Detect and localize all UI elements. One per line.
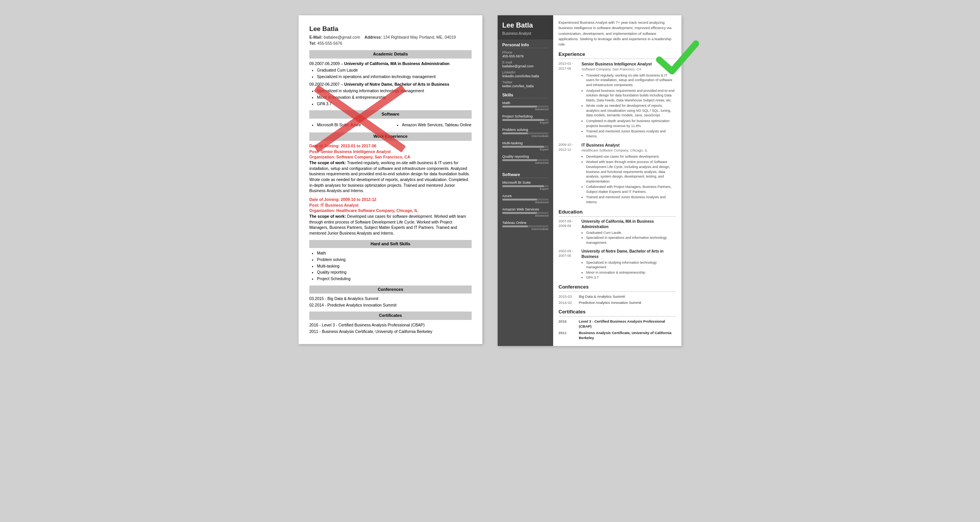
left-skill-3: Quality reporting [317, 269, 472, 275]
resume-right: Lee Batla Business Analyst Personal Info… [498, 15, 681, 346]
software-name-2: Amazon Web Services [502, 207, 549, 211]
left-work-header: Work Experience [309, 132, 472, 140]
left-work-2-dates: Date of Joining: 2009-10 to 2012-12 [309, 197, 472, 202]
left-software-col1: Microsoft BI Suite, Azure [309, 121, 387, 129]
software-level-2: Advanced [502, 214, 549, 217]
software-level-0: Expert [502, 187, 549, 191]
skill-item-1: Project Scheduling Expert [502, 114, 549, 124]
left-tel: 455-555-5676 [317, 41, 342, 46]
personal-info-header: Personal Info [502, 42, 549, 48]
left-skill-0: Math [317, 250, 472, 256]
right-exp-dates-0: 2013-01 - 2017-06 [559, 61, 580, 71]
skill-name-1: Project Scheduling [502, 114, 549, 118]
right-main: Experienced Business Analyst with 7+ yea… [553, 15, 681, 346]
left-conf-0: 03.2015 - Big Data & Analytics Summit [309, 296, 472, 302]
right-exp-company-0: Software Company, San Francisco, CA [581, 67, 676, 72]
left-skill-1: Problem solving [317, 257, 472, 263]
left-cert-1: 2011 - Business Analysis Certificate, Un… [309, 329, 472, 334]
left-software-1: Microsoft BI Suite, Azure [317, 122, 387, 128]
right-cert-year-0: 2016 [559, 319, 576, 329]
left-edu-2: 09.2002-06.2007 – University of Notre Da… [309, 82, 472, 107]
left-software-col2: Amazon Web Services, Tableau Online [394, 121, 472, 129]
right-conf-date-1: 2014-02 [559, 300, 576, 305]
left-cert-0: 2016 - Level 3 - Certified Business Anal… [309, 322, 472, 328]
left-academic-header: Academic Details [309, 50, 472, 58]
right-exp-entry-1: 2009-10 - 2012-12 IT Business Analyst He… [559, 142, 676, 205]
right-edu-entry-0: 2007-09 - 2009-06 University of Californ… [559, 219, 676, 246]
right-exp-bullet-0-0: Traveled regularly, working on-site with… [586, 73, 676, 88]
skills-section: Skills Math Advanced Project Scheduling [498, 90, 553, 169]
left-address: 134 Rightward Way Portland, ME, 04019 [383, 35, 456, 39]
right-exp-title-1: IT Business Analyst [581, 142, 676, 148]
right-cert-entry-0: 2016 Level 3 - Certified Business Analys… [559, 319, 676, 329]
right-cert-entry-1: 2011 Business Analysis Certificate, Univ… [559, 330, 676, 341]
right-edu-bullet-1-1: Minor in innovation & entrepreneurship [586, 270, 676, 275]
left-skill-4: Project Scheduling [317, 276, 472, 282]
right-edu-bullets-0: Graduated Cum Laude. Specialized in oper… [581, 230, 676, 245]
right-edu-dates-0: 2007-09 - 2009-06 [559, 219, 580, 228]
left-software-row: Microsoft BI Suite, Azure Amazon Web Ser… [309, 121, 472, 129]
skill-level-2: Intermediate [502, 134, 549, 138]
right-exp-bullet-0-2: Wrote code as needed for development of … [586, 103, 676, 118]
right-edu-bullet-0-0: Graduated Cum Laude. [586, 230, 676, 235]
page-container: Lee Batla E-Mail: batlalee@gmail.com Add… [299, 15, 681, 346]
right-exp-bullet-0-4: Trained and mentored Junior Business Ana… [586, 129, 676, 139]
right-edu-bullet-0-1: Specialized in operations and informatio… [586, 235, 676, 245]
software-name-1: Azure [502, 194, 549, 198]
left-work-2-scope: The scope of work: Developed use cases f… [309, 214, 472, 236]
right-conf-name-1: Predictive Analytics Innovation Summit [579, 300, 641, 305]
right-edu-header: Education [559, 209, 676, 217]
right-exp-header: Experience [559, 51, 676, 59]
left-edu-1-bullets: Graduated Cum Laude Specialized in opera… [309, 67, 472, 79]
right-cert-year-1: 2011 [559, 330, 576, 341]
right-cert-header: Certificates [559, 308, 676, 316]
right-edu-bullet-1-0: Specialized in studying information tech… [586, 260, 676, 270]
resume-left: Lee Batla E-Mail: batlalee@gmail.com Add… [299, 15, 482, 344]
right-edu-bullets-1: Specialized in studying information tech… [581, 260, 676, 280]
right-summary: Experienced Business Analyst with 7+ yea… [559, 20, 676, 47]
right-conf-entry-0: 2015-03 Big Data & Analytics Summit [559, 294, 676, 299]
right-exp-company-1: Healthcare Software Company, Chicago, IL [581, 148, 676, 153]
right-sidebar: Lee Batla Business Analyst Personal Info… [498, 15, 553, 346]
software-header: Software [502, 172, 549, 178]
right-exp-dates-1: 2009-10 - 2012-12 [559, 142, 580, 152]
left-address-label: Address: [364, 35, 382, 39]
right-name: Lee Batla [502, 21, 549, 30]
right-conf-date-0: 2015-03 [559, 294, 576, 299]
skill-level-0: Advanced [502, 108, 549, 111]
right-edu-content-0: University of California, MA in Business… [581, 219, 676, 245]
right-exp-bullet-0-1: Analyzed business requirements and provi… [586, 88, 676, 103]
email-label: E-mail [502, 60, 549, 64]
left-software-2: Amazon Web Services, Tableau Online [402, 122, 472, 128]
skill-name-2: Problem solving [502, 127, 549, 132]
right-cert-name-0: Level 3 - Certified Business Analysis Pr… [579, 319, 676, 329]
skill-level-3: Expert [502, 148, 549, 151]
left-edu-1: 09.2007-06.2009 – University of Californ… [309, 61, 472, 80]
left-work-2-org: Organization: Healthcare Software Compan… [309, 208, 472, 214]
skill-level-4: Advanced [502, 161, 549, 165]
left-software-header: Software [309, 110, 472, 118]
right-exp-bullet-0-3: Completed in-depth analyses for business… [586, 119, 676, 128]
right-edu-content-1: University of Notre Dame, Bachelor of Ar… [581, 249, 676, 280]
left-email-line: E-Mail: batlalee@gmail.com Address: 134 … [309, 34, 472, 40]
right-exp-bullet-1-0: Developed use cases for software develop… [586, 154, 676, 159]
right-resume-wrapper: Lee Batla Business Analyst Personal Info… [498, 15, 681, 346]
software-item-1: Azure Advanced [502, 194, 549, 204]
twitter-value: twitter.com/lee_batla [502, 84, 549, 88]
email-value: batlalee@gmail.com [502, 64, 549, 68]
left-edu-1-degree: 09.2007-06.2009 – University of Californ… [309, 61, 472, 67]
linkedin-label: LinkedIn [502, 70, 549, 74]
left-cert-header: Certificates [309, 312, 472, 320]
right-exp-content-0: Senior Business Intelligence Analyst Sof… [581, 61, 676, 139]
software-section: Software Microsoft BI Suite Expert Azure [498, 169, 553, 235]
left-skill-2: Multi-tasking [317, 263, 472, 269]
left-work-1-post: Post: Senior Business Intelligence Analy… [309, 149, 472, 155]
left-tel-label: Tel: [309, 41, 316, 46]
left-email-label: E-Mail: [309, 35, 322, 39]
right-edu-degree-1: University of Notre Dame, Bachelor of Ar… [581, 249, 676, 259]
left-work-2: Date of Joining: 2009-10 to 2012-12 Post… [309, 197, 472, 236]
right-title: Business Analyst [502, 31, 549, 36]
software-name-0: Microsoft BI Suite [502, 180, 549, 184]
right-conf-entry-1: 2014-02 Predictive Analytics Innovation … [559, 300, 676, 305]
right-conf-header: Conferences [559, 284, 676, 292]
